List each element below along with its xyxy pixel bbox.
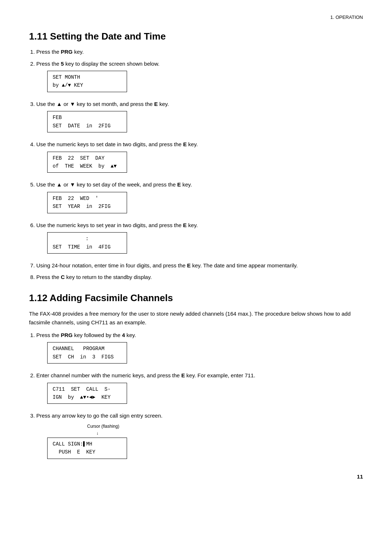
step-8: Press the C key to return to the standby… (36, 273, 363, 282)
screen-step3: FEB SET DATE in 2FIG (47, 111, 127, 132)
cursor-arrow: ↓ (96, 430, 363, 437)
step-4-bold: E (183, 141, 187, 147)
section2-step-3: Press any arrow key to go the call sign … (36, 412, 363, 459)
section2-step-2: Enter channel number with the numeric ke… (36, 372, 363, 408)
page-number: 11 (29, 473, 363, 480)
step-3: Use the ▲ or ▼ key to set month, and pre… (36, 100, 363, 137)
section2-step-1: Press the PRG key followed by the 4 key.… (36, 331, 363, 368)
screen-step5: FEB 22 WED ' SET YEAR in 2FIG (47, 192, 127, 213)
page-number-text: 11 (357, 473, 363, 480)
screen-step2: SET MONTH by ▲/▼ KEY (47, 71, 127, 92)
section2-step-1-bold1: PRG (61, 332, 73, 338)
screen-step6: : SET TIME in 4FIG (47, 232, 127, 254)
page-header: 1. OPERATION (29, 15, 363, 20)
screen-step4: FEB 22 SET DAY of THE WEEK by ▲▼ (47, 152, 127, 173)
screen-section2-step2: C711 SET CALL S- IGN by ▲▼•◄► KEY (47, 383, 127, 404)
screen-section2-step3: CALL SIGN:▌MH PUSH E KEY (47, 438, 127, 459)
step-4: Use the numeric keys to set date in two … (36, 140, 363, 177)
step-2: Press the 5 key to display the screen sh… (36, 60, 363, 97)
step-5: Use the ▲ or ▼ key to set day of the wee… (36, 181, 363, 217)
step-6: Use the numeric keys to set year in two … (36, 221, 363, 258)
section-1-steps: Press the PRG key. Press the 5 key to di… (36, 48, 363, 282)
section-2-title: 1.12 Adding Facsimile Channels (29, 292, 363, 304)
section-1-title: 1.11 Setting the Date and Time (29, 31, 363, 42)
step-3-bold: E (154, 101, 158, 107)
section-2-steps: Press the PRG key followed by the 4 key.… (36, 331, 363, 459)
cursor-label: Cursor (flashing) (87, 423, 363, 430)
section-2-intro: The FAX-408 provides a free memory for t… (29, 309, 363, 327)
step-7: Using 24-hour notation, enter time in fo… (36, 262, 363, 270)
step-8-bold: C (61, 274, 65, 280)
screen-section2-step1: CHANNEL PROGRAM SET CH in 3 FIGS (47, 342, 127, 364)
step-1-bold: PRG (61, 49, 73, 55)
header-text: 1. OPERATION (330, 15, 363, 20)
step-2-bold: 5 (61, 61, 64, 67)
section2-step-1-bold2: 4 (122, 332, 125, 338)
step-7-bold: E (187, 262, 191, 268)
step-6-bold: E (183, 222, 187, 228)
step-5-bold: E (177, 181, 181, 188)
section2-step-2-bold: E (181, 372, 185, 378)
step-1: Press the PRG key. (36, 48, 363, 56)
